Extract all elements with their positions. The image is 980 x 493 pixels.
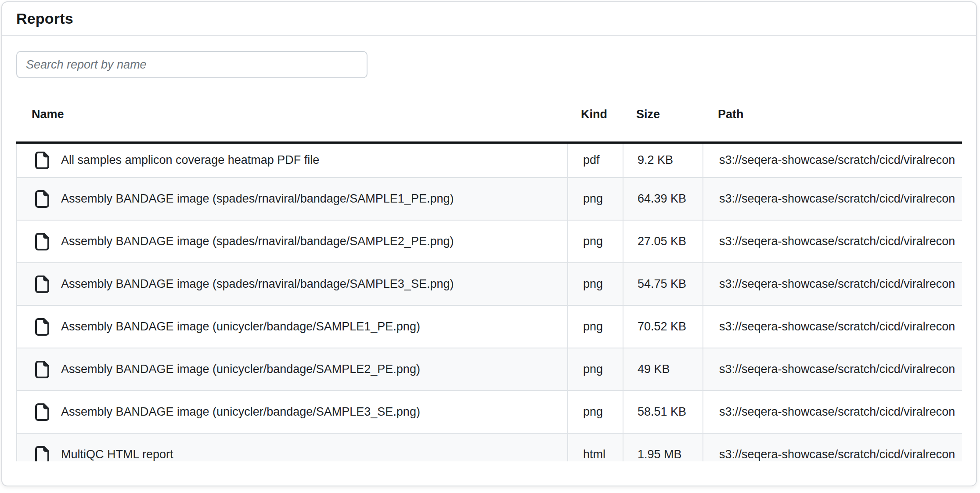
reports-table-container[interactable]: Name Kind Size Path All samples amplicon… (16, 92, 962, 461)
report-name-wrap: All samples amplicon coverage heatmap PD… (17, 151, 567, 170)
search-input[interactable] (16, 51, 368, 78)
report-name-wrap: Assembly BANDAGE image (unicycler/bandag… (17, 403, 567, 421)
table-header: Name Kind Size Path (17, 92, 962, 142)
report-name-wrap: Assembly BANDAGE image (spades/rnaviral/… (17, 232, 567, 251)
report-name: MultiQC HTML report (61, 448, 173, 461)
report-kind: html (568, 433, 623, 461)
column-header-name: Name (17, 92, 568, 142)
report-name-cell[interactable]: Assembly BANDAGE image (spades/rnaviral/… (17, 263, 568, 305)
file-icon (35, 403, 50, 421)
report-name: Assembly BANDAGE image (spades/rnaviral/… (61, 277, 454, 291)
report-kind: png (568, 391, 623, 433)
table-row[interactable]: MultiQC HTML report html 1.95 MB s3://se… (17, 433, 962, 461)
table-row[interactable]: Assembly BANDAGE image (spades/rnaviral/… (17, 178, 962, 220)
report-name-cell[interactable]: Assembly BANDAGE image (spades/rnaviral/… (17, 220, 568, 263)
report-name-wrap: MultiQC HTML report (17, 446, 567, 462)
report-name-wrap: Assembly BANDAGE image (spades/rnaviral/… (17, 190, 567, 208)
report-name-cell[interactable]: Assembly BANDAGE image (unicycler/bandag… (17, 305, 568, 348)
report-size: 27.05 KB (623, 220, 703, 263)
report-path: s3://seqera-showcase/scratch/cicd/viralr… (703, 305, 962, 348)
file-icon (35, 151, 50, 170)
report-kind: png (568, 178, 623, 220)
file-icon (35, 360, 50, 379)
report-size: 9.2 KB (623, 142, 703, 178)
file-icon (35, 275, 50, 294)
report-name: Assembly BANDAGE image (spades/rnaviral/… (61, 235, 454, 248)
reports-table: Name Kind Size Path All samples amplicon… (16, 92, 962, 461)
report-name: All samples amplicon coverage heatmap PD… (61, 153, 319, 167)
report-name: Assembly BANDAGE image (unicycler/bandag… (61, 362, 420, 376)
report-path: s3://seqera-showcase/scratch/cicd/viralr… (703, 433, 962, 461)
table-header-row: Name Kind Size Path (17, 92, 962, 142)
report-size: 49 KB (623, 348, 703, 391)
report-path: s3://seqera-showcase/scratch/cicd/viralr… (703, 220, 962, 263)
report-kind: png (568, 348, 623, 391)
report-name-cell[interactable]: Assembly BANDAGE image (spades/rnaviral/… (17, 178, 568, 220)
report-size: 64.39 KB (623, 178, 703, 220)
report-name: Assembly BANDAGE image (unicycler/bandag… (61, 320, 420, 334)
report-kind: png (568, 305, 623, 348)
report-path: s3://seqera-showcase/scratch/cicd/viralr… (703, 391, 962, 433)
file-icon (35, 318, 50, 336)
report-name-cell[interactable]: Assembly BANDAGE image (unicycler/bandag… (17, 348, 568, 391)
report-kind: png (568, 220, 623, 263)
column-header-path: Path (703, 92, 962, 142)
table-row[interactable]: Assembly BANDAGE image (unicycler/bandag… (17, 391, 962, 433)
report-name-wrap: Assembly BANDAGE image (unicycler/bandag… (17, 318, 567, 336)
report-kind: png (568, 263, 623, 305)
report-kind: pdf (568, 142, 623, 178)
column-header-kind: Kind (568, 92, 623, 142)
report-size: 54.75 KB (623, 263, 703, 305)
report-name-wrap: Assembly BANDAGE image (spades/rnaviral/… (17, 275, 567, 294)
report-path: s3://seqera-showcase/scratch/cicd/viralr… (703, 348, 962, 391)
report-name: Assembly BANDAGE image (spades/rnaviral/… (61, 192, 454, 206)
report-name-cell[interactable]: MultiQC HTML report (17, 433, 568, 461)
report-path: s3://seqera-showcase/scratch/cicd/viralr… (703, 178, 962, 220)
report-name-wrap: Assembly BANDAGE image (unicycler/bandag… (17, 360, 567, 379)
table-row[interactable]: All samples amplicon coverage heatmap PD… (17, 142, 962, 178)
reports-table-body: All samples amplicon coverage heatmap PD… (17, 142, 962, 461)
column-header-size: Size (623, 92, 703, 142)
reports-panel: Reports Name Kind Size Path (1, 1, 977, 486)
file-icon (35, 446, 50, 462)
report-path: s3://seqera-showcase/scratch/cicd/viralr… (703, 263, 962, 305)
table-row[interactable]: Assembly BANDAGE image (unicycler/bandag… (17, 305, 962, 348)
page-title: Reports (16, 10, 73, 27)
table-row[interactable]: Assembly BANDAGE image (unicycler/bandag… (17, 348, 962, 391)
file-icon (35, 232, 50, 251)
panel-body: Name Kind Size Path All samples amplicon… (2, 36, 976, 461)
report-name-cell[interactable]: Assembly BANDAGE image (unicycler/bandag… (17, 391, 568, 433)
report-size: 1.95 MB (623, 433, 703, 461)
panel-header: Reports (2, 2, 976, 36)
file-icon (35, 190, 50, 208)
report-name: Assembly BANDAGE image (unicycler/bandag… (61, 405, 420, 419)
table-row[interactable]: Assembly BANDAGE image (spades/rnaviral/… (17, 220, 962, 263)
table-row[interactable]: Assembly BANDAGE image (spades/rnaviral/… (17, 263, 962, 305)
report-size: 70.52 KB (623, 305, 703, 348)
report-size: 58.51 KB (623, 391, 703, 433)
report-path: s3://seqera-showcase/scratch/cicd/viralr… (703, 142, 962, 178)
report-name-cell[interactable]: All samples amplicon coverage heatmap PD… (17, 142, 568, 178)
